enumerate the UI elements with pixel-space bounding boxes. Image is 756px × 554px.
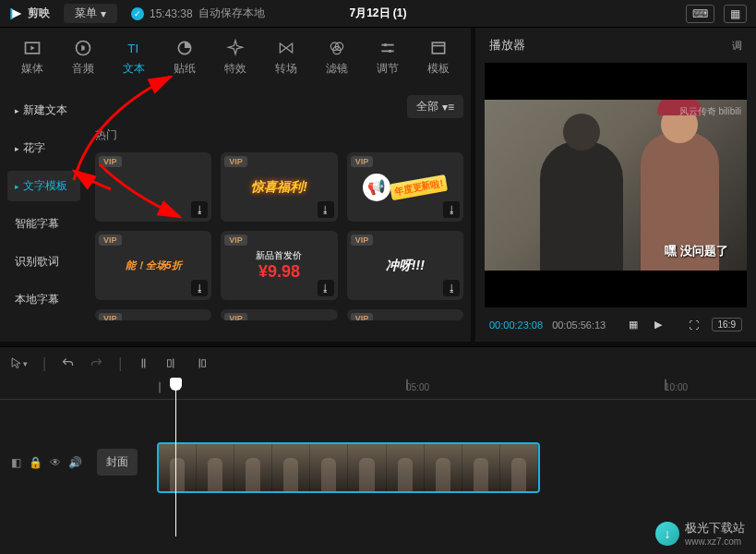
time-total: 00:05:56:13 bbox=[552, 319, 606, 331]
tab-label: 媒体 bbox=[21, 61, 43, 77]
watermark-name: 极光下载站 bbox=[685, 520, 745, 536]
sidebar-item-new-text[interactable]: ▸新建文本 bbox=[7, 95, 80, 126]
check-icon: ✓ bbox=[131, 7, 144, 20]
player-panel: 播放器 调 风云传奇 bilibili 嘿 没问题了 00:00:23:08 0… bbox=[475, 28, 756, 342]
tab-label: 调节 bbox=[377, 61, 399, 77]
tab-label: 文本 bbox=[123, 61, 145, 77]
video-clip[interactable]: 凤凰传奇.mp4 00:05:56:13 bbox=[157, 442, 540, 493]
timeline[interactable]: ┃ 05:00 ┃ 10:00 ┃ ◧ 🔒 👁 🔊 封面 凤凰传奇.mp4 00… bbox=[0, 379, 756, 554]
left-panel: 媒体 音频 TI文本 贴纸 特效 转场 滤镜 调节 模板 ▸新建文本 ▸花字 ▸… bbox=[0, 28, 471, 342]
mute-icon[interactable]: 🔊 bbox=[68, 456, 82, 469]
track-controls: ◧ 🔒 👁 🔊 封面 bbox=[0, 449, 149, 476]
svg-rect-0 bbox=[10, 8, 12, 19]
tab-adjust[interactable]: 调节 bbox=[364, 35, 411, 80]
template-card[interactable]: VIP新品首发价¥9.98⭳ bbox=[221, 231, 337, 300]
download-icon[interactable]: ⭳ bbox=[191, 280, 208, 296]
svg-point-9 bbox=[389, 50, 391, 53]
grid-view-icon[interactable]: ▦ bbox=[625, 317, 642, 332]
sidebar-item-label: 新建文本 bbox=[23, 102, 67, 118]
template-card[interactable]: VIP⭳ bbox=[95, 152, 211, 222]
download-icon[interactable]: ⭳ bbox=[443, 280, 460, 296]
player-title: 播放器 bbox=[489, 37, 525, 54]
app-logo: 剪映 bbox=[9, 6, 50, 21]
sidebar-item-local-subtitle[interactable]: 本地字幕 bbox=[7, 284, 80, 315]
sidebar-item-smart-subtitle[interactable]: 智能字幕 bbox=[7, 209, 80, 239]
timeline-toolbar: ▾ | | bbox=[0, 346, 756, 379]
layout-icon[interactable]: ▦ bbox=[724, 5, 747, 23]
download-icon[interactable]: ⭳ bbox=[191, 201, 208, 218]
filter-label: 全部 bbox=[416, 99, 438, 114]
clip-thumbnails bbox=[159, 444, 538, 491]
site-watermark: ↓ 极光下载站 www.xz7.com bbox=[655, 520, 745, 547]
filter-icon: ▾≡ bbox=[442, 101, 454, 114]
logo-text: 剪映 bbox=[28, 6, 50, 21]
play-button[interactable]: ▶ bbox=[651, 317, 666, 332]
save-text: 自动保存本地 bbox=[198, 6, 265, 21]
delete-right-tool[interactable] bbox=[194, 356, 208, 370]
save-status: ✓ 15:43:38 自动保存本地 bbox=[131, 6, 265, 21]
fullscreen-icon[interactable]: ⛶ bbox=[685, 318, 702, 332]
sidebar-item-label: 本地字幕 bbox=[15, 292, 59, 307]
vip-badge: VIP bbox=[99, 313, 122, 320]
redo-button[interactable] bbox=[90, 356, 103, 370]
lock-icon[interactable]: 🔒 bbox=[29, 456, 42, 469]
playhead[interactable] bbox=[175, 379, 176, 536]
template-card[interactable]: VIP惊喜福利!⭳ bbox=[221, 152, 337, 222]
cover-button[interactable]: 封面 bbox=[97, 449, 138, 476]
sidebar-item-lyrics[interactable]: 识别歌词 bbox=[7, 247, 80, 277]
visibility-icon[interactable]: 👁 bbox=[50, 456, 61, 469]
tab-effect[interactable]: 特效 bbox=[212, 35, 259, 80]
tab-label: 特效 bbox=[224, 61, 246, 77]
tab-audio[interactable]: 音频 bbox=[60, 35, 107, 80]
vip-badge: VIP bbox=[351, 313, 374, 320]
title-bar: 剪映 菜单 ▾ ✓ 15:43:38 自动保存本地 7月12日 (1) ⌨ ▦ bbox=[0, 0, 756, 28]
svg-rect-10 bbox=[432, 42, 444, 54]
tab-label: 贴纸 bbox=[174, 61, 196, 77]
download-icon[interactable]: ⭳ bbox=[318, 201, 334, 218]
vip-badge: VIP bbox=[224, 156, 247, 167]
player-adjust-label: 调 bbox=[732, 39, 742, 53]
caret-right-icon: ▸ bbox=[15, 182, 19, 191]
tab-label: 转场 bbox=[275, 61, 297, 77]
sidebar-item-label: 智能字幕 bbox=[15, 216, 59, 232]
template-card[interactable]: VIP冲呀!!!⭳ bbox=[347, 231, 463, 300]
sidebar-item-text-template[interactable]: ▸文字模板 bbox=[7, 171, 80, 201]
filter-all-button[interactable]: 全部 ▾≡ bbox=[407, 95, 463, 118]
template-card-partial[interactable]: VIP bbox=[221, 309, 337, 320]
video-preview[interactable]: 风云传奇 bilibili 嘿 没问题了 bbox=[485, 63, 747, 307]
undo-button[interactable] bbox=[61, 356, 75, 370]
aspect-ratio-button[interactable]: 16:9 bbox=[712, 318, 742, 331]
caret-right-icon: ▸ bbox=[15, 106, 19, 115]
split-tool[interactable] bbox=[137, 356, 150, 370]
video-watermark: 风云传奇 bilibili bbox=[679, 105, 741, 118]
tab-filter[interactable]: 滤镜 bbox=[313, 35, 360, 80]
tab-sticker[interactable]: 贴纸 bbox=[162, 35, 209, 80]
vip-badge: VIP bbox=[99, 235, 122, 246]
vip-badge: VIP bbox=[351, 235, 374, 246]
chevron-down-icon: ▾ bbox=[101, 7, 106, 20]
tab-media[interactable]: 媒体 bbox=[9, 35, 56, 80]
card-text: 新品首发价¥9.98 bbox=[256, 249, 302, 282]
ruler-mark: ┃ bbox=[157, 382, 162, 392]
sidebar-item-fancy-text[interactable]: ▸花字 bbox=[7, 133, 80, 163]
keyboard-icon[interactable]: ⌨ bbox=[686, 5, 714, 23]
menu-button[interactable]: 菜单 ▾ bbox=[64, 4, 117, 23]
tab-template[interactable]: 模板 bbox=[414, 35, 462, 80]
download-icon[interactable]: ⭳ bbox=[443, 201, 460, 218]
template-card-partial[interactable]: VIP bbox=[95, 309, 211, 320]
timeline-ruler[interactable]: ┃ 05:00 ┃ 10:00 ┃ bbox=[0, 379, 756, 400]
display-toggle-icon[interactable]: ◧ bbox=[11, 456, 21, 469]
svg-rect-11 bbox=[168, 360, 172, 367]
vip-badge: VIP bbox=[224, 235, 247, 246]
download-icon[interactable]: ⭳ bbox=[318, 280, 334, 296]
tab-text[interactable]: TI文本 bbox=[111, 35, 158, 80]
card-text: 年度更新啦! bbox=[390, 174, 449, 199]
template-card[interactable]: VIP📢年度更新啦!⭳ bbox=[347, 152, 463, 222]
tab-transition[interactable]: 转场 bbox=[262, 35, 309, 80]
megaphone-icon: 📢 bbox=[363, 174, 390, 201]
player-controls: 00:00:23:08 00:05:56:13 ▦ ▶ ⛶ 16:9 bbox=[475, 307, 756, 342]
template-card[interactable]: VIP能！全场5折⭳ bbox=[95, 231, 211, 300]
select-tool[interactable]: ▾ bbox=[9, 356, 28, 370]
delete-left-tool[interactable] bbox=[165, 356, 179, 370]
template-card-partial[interactable]: VIP bbox=[347, 309, 463, 320]
